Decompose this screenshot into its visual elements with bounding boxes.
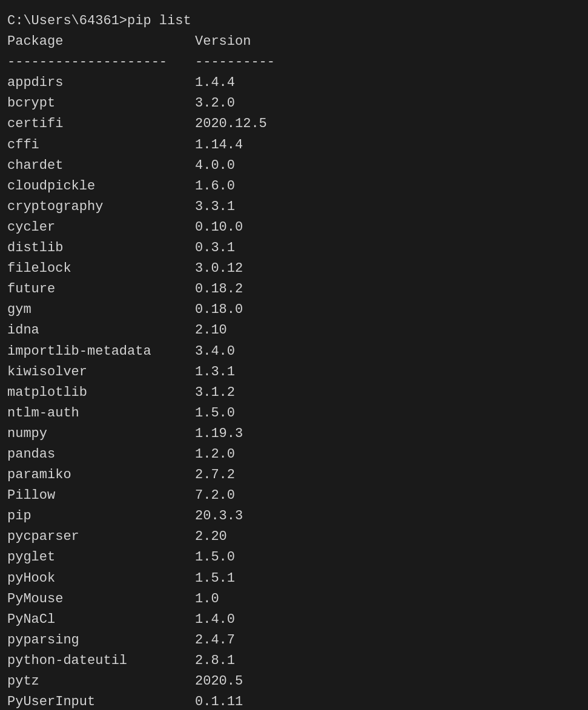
package-version: 2.7.2: [195, 465, 581, 485]
table-row: PyMouse1.0: [7, 589, 581, 610]
package-version: 2.10: [195, 320, 581, 341]
table-row: distlib0.3.1: [7, 238, 581, 258]
package-version: 1.5.1: [195, 568, 581, 589]
table-row: ntlm-auth1.5.0: [7, 403, 581, 424]
package-name: cryptography: [7, 197, 195, 217]
package-version: 1.14.4: [195, 135, 581, 156]
package-name: pandas: [7, 444, 195, 465]
package-version: 1.0: [195, 589, 581, 610]
version-header: Version: [195, 31, 581, 52]
table-row: gym0.18.0: [7, 300, 581, 320]
package-version: 1.5.0: [195, 547, 581, 568]
prompt-line: C:\Users\64361>pip list: [7, 11, 581, 31]
divider-row: -------------------- ----------: [7, 52, 581, 73]
package-name: pip: [7, 506, 195, 527]
package-version: 1.4.0: [195, 610, 581, 630]
table-row: pandas1.2.0: [7, 444, 581, 465]
table-row: kiwisolver1.3.1: [7, 362, 581, 383]
package-version: 20.3.3: [195, 506, 581, 527]
package-version: 1.19.3: [195, 424, 581, 444]
header-row: Package Version: [7, 31, 581, 52]
table-row: appdirs1.4.4: [7, 73, 581, 93]
table-row: cloudpickle1.6.0: [7, 176, 581, 197]
package-header: Package: [7, 31, 195, 52]
package-name: distlib: [7, 238, 195, 258]
package-name: ntlm-auth: [7, 403, 195, 424]
package-version: 2.4.7: [195, 630, 581, 651]
package-name: pytz: [7, 671, 195, 692]
table-row: PyNaCl1.4.0: [7, 610, 581, 630]
terminal-window: C:\Users\64361>pip list Package Version …: [7, 11, 581, 710]
package-version: 1.5.0: [195, 403, 581, 424]
package-version: 0.10.0: [195, 217, 581, 238]
package-version: 2020.12.5: [195, 114, 581, 134]
package-name: PyUserInput: [7, 692, 195, 710]
table-row: cffi1.14.4: [7, 135, 581, 156]
package-version: 0.18.2: [195, 279, 581, 300]
package-version: 3.2.0: [195, 93, 581, 114]
package-name: idna: [7, 320, 195, 341]
table-row: cryptography3.3.1: [7, 197, 581, 217]
package-version: 1.6.0: [195, 176, 581, 197]
divider-left: --------------------: [7, 52, 195, 73]
package-version: 0.1.11: [195, 692, 581, 710]
table-row: pip20.3.3: [7, 506, 581, 527]
package-version: 3.4.0: [195, 341, 581, 362]
package-version: 0.3.1: [195, 238, 581, 258]
package-name: pyHook: [7, 568, 195, 589]
table-row: certifi2020.12.5: [7, 114, 581, 134]
package-name: cffi: [7, 135, 195, 156]
package-name: appdirs: [7, 73, 195, 93]
package-name: numpy: [7, 424, 195, 444]
table-row: pycparser2.20: [7, 527, 581, 547]
table-row: pyparsing2.4.7: [7, 630, 581, 651]
table-row: python-dateutil2.8.1: [7, 651, 581, 671]
package-name: paramiko: [7, 465, 195, 485]
package-name: future: [7, 279, 195, 300]
divider-right: ----------: [195, 52, 581, 73]
package-name: chardet: [7, 156, 195, 176]
package-name: cloudpickle: [7, 176, 195, 197]
package-version: 1.3.1: [195, 362, 581, 383]
package-name: pyglet: [7, 547, 195, 568]
package-name: cycler: [7, 217, 195, 238]
package-version: 2020.5: [195, 671, 581, 692]
table-row: chardet4.0.0: [7, 156, 581, 176]
table-row: future0.18.2: [7, 279, 581, 300]
package-version: 2.8.1: [195, 651, 581, 671]
table-row: Pillow7.2.0: [7, 485, 581, 506]
package-version: 3.3.1: [195, 197, 581, 217]
table-row: pytz2020.5: [7, 671, 581, 692]
table-row: filelock3.0.12: [7, 258, 581, 279]
package-name: bcrypt: [7, 93, 195, 114]
package-version: 3.0.12: [195, 258, 581, 279]
table-row: matplotlib3.1.2: [7, 383, 581, 403]
table-row: cycler0.10.0: [7, 217, 581, 238]
package-name: pycparser: [7, 527, 195, 547]
package-name: matplotlib: [7, 383, 195, 403]
package-version: 0.18.0: [195, 300, 581, 320]
package-list: appdirs1.4.4bcrypt3.2.0certifi2020.12.5c…: [7, 73, 581, 710]
package-name: kiwisolver: [7, 362, 195, 383]
table-row: pyglet1.5.0: [7, 547, 581, 568]
package-version: 7.2.0: [195, 485, 581, 506]
table-row: idna2.10: [7, 320, 581, 341]
table-row: PyUserInput0.1.11: [7, 692, 581, 710]
package-version: 2.20: [195, 527, 581, 547]
package-name: pyparsing: [7, 630, 195, 651]
table-row: pyHook1.5.1: [7, 568, 581, 589]
package-name: PyMouse: [7, 589, 195, 610]
package-version: 1.4.4: [195, 73, 581, 93]
package-name: filelock: [7, 258, 195, 279]
table-row: bcrypt3.2.0: [7, 93, 581, 114]
package-name: gym: [7, 300, 195, 320]
package-version: 4.0.0: [195, 156, 581, 176]
table-row: importlib-metadata3.4.0: [7, 341, 581, 362]
package-version: 3.1.2: [195, 383, 581, 403]
table-row: numpy1.19.3: [7, 424, 581, 444]
package-name: Pillow: [7, 485, 195, 506]
package-name: PyNaCl: [7, 610, 195, 630]
table-row: paramiko2.7.2: [7, 465, 581, 485]
package-name: certifi: [7, 114, 195, 134]
package-name: python-dateutil: [7, 651, 195, 671]
